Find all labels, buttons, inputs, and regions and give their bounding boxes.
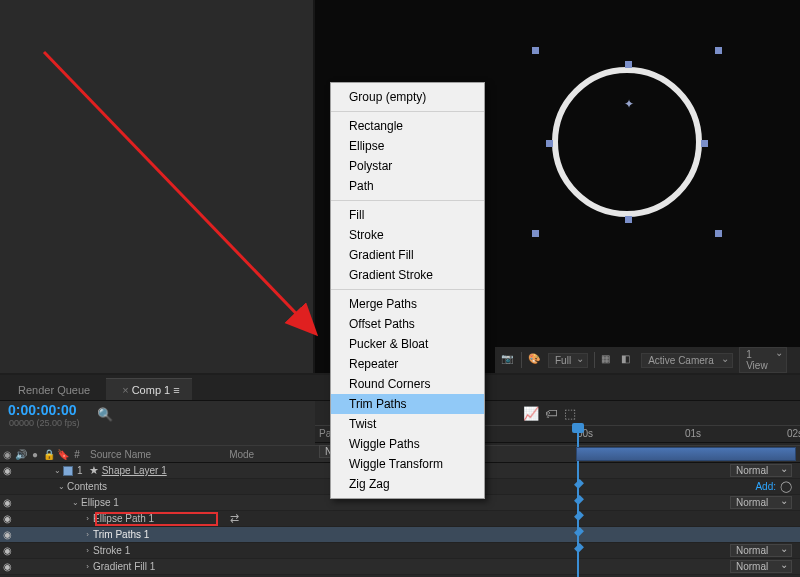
- menu-item-ellipse[interactable]: Ellipse: [331, 136, 484, 156]
- tab-comp-1[interactable]: × Comp 1 ≡: [106, 378, 192, 400]
- visibility-eye-icon[interactable]: ◉: [0, 465, 14, 476]
- menu-item-gradient-fill[interactable]: Gradient Fill: [331, 245, 484, 265]
- twirl-icon[interactable]: ⌄: [52, 466, 63, 475]
- menu-item-round-corners[interactable]: Round Corners: [331, 374, 484, 394]
- menu-item-repeater[interactable]: Repeater: [331, 354, 484, 374]
- camera-dropdown[interactable]: Active Camera: [641, 353, 733, 368]
- menu-item-merge-paths[interactable]: Merge Paths: [331, 294, 484, 314]
- menu-item-rectangle[interactable]: Rectangle: [331, 116, 484, 136]
- audio-col-icon[interactable]: 🔊: [14, 449, 28, 460]
- menu-item-zig-zag[interactable]: Zig Zag: [331, 474, 484, 494]
- camera-icon[interactable]: 📷: [501, 353, 515, 367]
- resolution-dropdown[interactable]: Full: [548, 353, 588, 368]
- menu-item-stroke[interactable]: Stroke: [331, 225, 484, 245]
- layer-row-stroke-1[interactable]: ◉› Stroke 1 Normal: [0, 543, 800, 559]
- blend-mode-dropdown[interactable]: Normal: [730, 560, 792, 573]
- path-direction-icon[interactable]: ⇄: [230, 512, 239, 525]
- add-shape-context-menu: Group (empty) Rectangle Ellipse Polystar…: [330, 82, 485, 499]
- layer-row-trim-paths-1[interactable]: ◉› Trim Paths 1: [0, 527, 800, 543]
- menu-item-path[interactable]: Path: [331, 176, 484, 196]
- menu-item-fill[interactable]: Fill: [331, 205, 484, 225]
- graph-editor-icon[interactable]: 📈: [523, 406, 539, 421]
- shape-layer-icon: ★: [89, 464, 99, 477]
- current-timecode[interactable]: 0:00:00:00: [0, 400, 85, 420]
- grid-icon[interactable]: ▦: [601, 353, 615, 367]
- marker-icon[interactable]: ⬚: [564, 406, 576, 421]
- search-icon[interactable]: 🔍: [97, 407, 113, 422]
- column-header-source-name[interactable]: Source Name: [84, 449, 151, 460]
- menu-item-polystar[interactable]: Polystar: [331, 156, 484, 176]
- layer-row-gradient-fill-1[interactable]: ◉› Gradient Fill 1 Normal: [0, 559, 800, 575]
- video-col-icon[interactable]: ◉: [0, 449, 14, 460]
- timecode-framerate: 00000 (25.00 fps): [0, 418, 85, 428]
- composition-panel[interactable]: ▦: [0, 0, 315, 373]
- menu-item-twist[interactable]: Twist: [331, 414, 484, 434]
- menu-item-pucker-bloat[interactable]: Pucker & Bloat: [331, 334, 484, 354]
- mask-icon[interactable]: ◧: [621, 353, 635, 367]
- draft-3d-icon[interactable]: 🏷: [545, 406, 558, 421]
- blend-mode-dropdown[interactable]: Normal: [730, 496, 792, 509]
- blend-mode-dropdown[interactable]: Normal: [730, 544, 792, 557]
- tab-render-queue[interactable]: Render Queue: [6, 378, 102, 400]
- menu-item-wiggle-paths[interactable]: Wiggle Paths: [331, 434, 484, 454]
- menu-item-trim-paths[interactable]: Trim Paths: [331, 394, 484, 414]
- label-col-icon[interactable]: 🔖: [56, 449, 70, 460]
- ellipse-shape[interactable]: ✦: [552, 67, 702, 217]
- menu-item-group[interactable]: Group (empty): [331, 87, 484, 107]
- layer-track-bar[interactable]: [576, 447, 796, 461]
- layer-color-label[interactable]: [63, 466, 73, 476]
- color-manage-icon[interactable]: 🎨: [528, 353, 542, 367]
- preview-toolbar: 📷 🎨 Full ▦ ◧ Active Camera 1 View: [495, 347, 800, 373]
- view-count-dropdown[interactable]: 1 View: [739, 347, 787, 373]
- add-contents-button[interactable]: Add:: [755, 481, 776, 492]
- column-header-mode[interactable]: Mode: [223, 449, 254, 460]
- layer-row-ellipse-path-1[interactable]: ◉› Ellipse Path 1 ⇄: [0, 511, 800, 527]
- menu-item-offset-paths[interactable]: Offset Paths: [331, 314, 484, 334]
- blend-mode-dropdown[interactable]: Normal: [730, 464, 792, 477]
- menu-item-wiggle-transform[interactable]: Wiggle Transform: [331, 454, 484, 474]
- lock-col-icon[interactable]: 🔒: [42, 449, 56, 460]
- tab-close-icon[interactable]: ×: [122, 384, 128, 396]
- solo-col-icon[interactable]: ●: [28, 449, 42, 460]
- menu-item-gradient-stroke[interactable]: Gradient Stroke: [331, 265, 484, 285]
- anchor-point-icon[interactable]: ✦: [624, 97, 634, 111]
